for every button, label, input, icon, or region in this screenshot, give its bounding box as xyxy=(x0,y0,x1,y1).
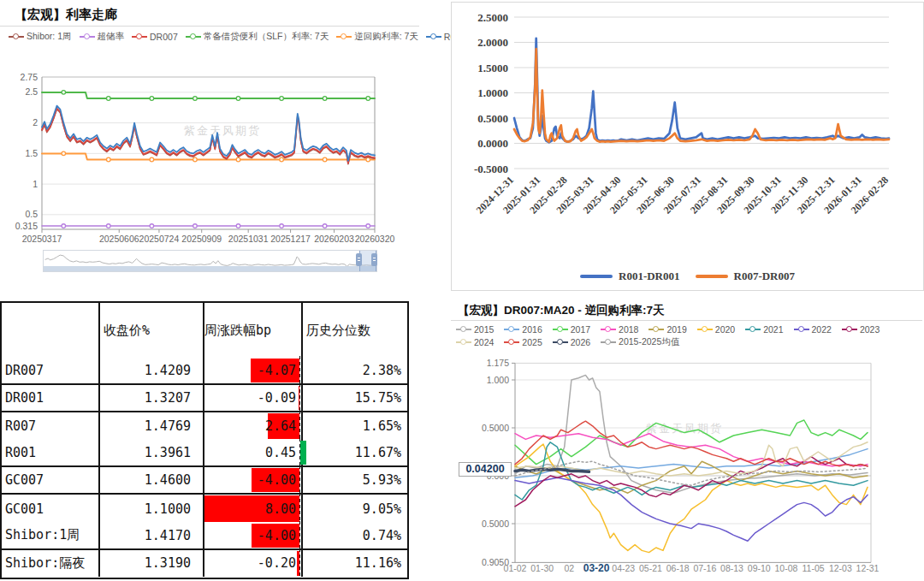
legend-item-2019[interactable]: 2019 xyxy=(649,324,686,335)
svg-text:0.5000: 0.5000 xyxy=(482,423,509,433)
svg-text:20251217: 20251217 xyxy=(270,234,311,244)
svg-text:0.315: 0.315 xyxy=(15,221,38,231)
legend-item-常备借贷便利（SLF）利率: 7天[interactable]: 常备借贷便利（SLF）利率: 7天 xyxy=(186,31,329,43)
legend-item-2024[interactable]: 2024 xyxy=(456,337,494,347)
data-zoom-navigator[interactable] xyxy=(43,250,377,272)
legend-item-R007-DR007: R007-DR007 xyxy=(696,270,796,283)
svg-text:20251031: 20251031 xyxy=(228,234,269,244)
weekly-change-value: 0.45 xyxy=(265,445,296,460)
legend-item-Shibor: 1周[interactable]: Shibor: 1周 xyxy=(9,31,72,43)
series-marker-icon xyxy=(649,326,664,334)
spread-chart-legend: R001-DR001R007-DR007 xyxy=(452,270,923,283)
series-line-icon xyxy=(696,275,728,278)
cell-text: 2.38% xyxy=(363,363,401,378)
legend-item-DR007[interactable]: DR007 xyxy=(132,32,178,42)
svg-text:1.0000: 1.0000 xyxy=(477,86,508,99)
legend-label: 2025 xyxy=(522,337,542,347)
cell-text: R001 xyxy=(5,445,36,460)
legend-item-2026[interactable]: 2026 xyxy=(553,337,590,347)
legend-label: 超储率 xyxy=(98,31,125,43)
svg-text:05-21: 05-21 xyxy=(639,563,662,573)
cell-text: 1.3207 xyxy=(145,390,191,406)
svg-text:2.0000: 2.0000 xyxy=(477,36,508,49)
navigator-left-handle-icon[interactable] xyxy=(356,253,362,266)
table-row-DR001: DR0011.3207-0.0915.75% xyxy=(2,385,407,412)
series-marker-icon xyxy=(186,33,201,41)
svg-text:03-20: 03-20 xyxy=(583,562,610,574)
svg-text:紫金天风期货: 紫金天风期货 xyxy=(184,124,261,137)
cell-text: R007 xyxy=(5,418,36,434)
legend-item-2015[interactable]: 2015 xyxy=(456,324,494,335)
cell-text: DR007 xyxy=(5,363,44,378)
cell-text: DR001 xyxy=(5,390,44,406)
cell-text: 0.74% xyxy=(363,528,401,543)
series-marker-icon xyxy=(426,33,441,41)
seasonal-title-divider xyxy=(451,320,922,321)
svg-text:11-05: 11-05 xyxy=(803,563,825,573)
legend-item-2020[interactable]: 2020 xyxy=(697,324,735,335)
cell-text: 11.67% xyxy=(355,445,401,460)
seasonal-chart: 1.1751.0000.50000.0000.50000.905001-0201… xyxy=(451,355,924,581)
series-marker-icon xyxy=(504,326,519,334)
col-header: 历史分位数 xyxy=(306,323,370,339)
legend-label: 2021 xyxy=(763,324,783,335)
series-marker-icon xyxy=(9,33,24,41)
col-header: 周涨跌幅bp xyxy=(204,323,271,339)
table-row-GC001: GC0011.10008.009.05% xyxy=(2,495,407,522)
legend-item-2015-2025均值[interactable]: 2015-2025均值 xyxy=(601,336,679,348)
svg-text:1.000: 1.000 xyxy=(487,375,509,385)
legend-item-2022[interactable]: 2022 xyxy=(794,324,832,335)
legend-label: 2026 xyxy=(571,337,590,347)
series-marker-icon xyxy=(842,326,857,334)
legend-label: 2020 xyxy=(715,324,735,335)
cell-text: GC007 xyxy=(5,472,44,488)
databar-axis xyxy=(299,521,300,550)
legend-item-2025[interactable]: 2025 xyxy=(504,337,542,347)
rate-corridor-chart: 2.752.521.510.50.31520250317202506062025… xyxy=(0,47,419,248)
series-marker-icon xyxy=(336,33,352,41)
svg-text:0.5000: 0.5000 xyxy=(482,519,509,529)
series-marker-icon xyxy=(697,326,713,334)
legend-label: 2018 xyxy=(619,324,638,335)
rate-corridor-legend: Shibor: 1周超储率DR007常备借贷便利（SLF）利率: 7天逆回购利率… xyxy=(9,31,419,43)
svg-text:12-31: 12-31 xyxy=(856,563,880,573)
cell-text: 1.4769 xyxy=(145,418,191,434)
cell-text: GC001 xyxy=(5,501,44,517)
data-bar-positive xyxy=(300,441,306,465)
legend-item-超储率[interactable]: 超储率 xyxy=(80,31,125,43)
legend-label: 2024 xyxy=(474,337,494,347)
spread-chart: 2.50002.00001.50001.00000.50000.0000-0.5… xyxy=(452,3,921,259)
weekly-change-value: -4.07 xyxy=(258,363,296,378)
databar-axis xyxy=(299,548,300,578)
legend-item-2018[interactable]: 2018 xyxy=(601,324,638,335)
cell-text: Shibor:1周 xyxy=(5,527,80,543)
legend-label: R001-DR001 xyxy=(619,270,680,283)
legend-label: 2019 xyxy=(666,324,686,335)
series-2020 xyxy=(515,444,868,553)
legend-label: 2017 xyxy=(571,324,590,335)
svg-text:20250317: 20250317 xyxy=(22,234,62,244)
series-R001-DR001 xyxy=(514,39,889,143)
weekly-change-value: -4.00 xyxy=(258,528,296,543)
legend-item-2021[interactable]: 2021 xyxy=(745,324,783,335)
series-marker-icon xyxy=(601,339,616,347)
svg-text:2: 2 xyxy=(33,117,38,127)
databar-axis xyxy=(299,493,300,524)
legend-item-2016[interactable]: 2016 xyxy=(504,324,542,335)
table-row-Shibor:1周: Shibor:1周1.4170-4.000.74% xyxy=(2,523,407,550)
svg-text:10-08: 10-08 xyxy=(774,563,797,573)
weekly-change-value: 8.00 xyxy=(265,501,296,517)
navigator-scrollbar[interactable] xyxy=(44,266,376,271)
svg-text:01-30: 01-30 xyxy=(530,563,554,573)
legend-item-2023[interactable]: 2023 xyxy=(842,324,880,335)
legend-item-2017[interactable]: 2017 xyxy=(553,324,590,335)
table-row-R001: R0011.39610.4511.67% xyxy=(2,440,407,467)
table-header-row: 收盘价%周涨跌幅bp历史分位数 xyxy=(2,303,407,358)
cell-text: Shibor:隔夜 xyxy=(5,555,85,572)
cell-text: 1.65% xyxy=(363,418,401,434)
svg-text:1.175: 1.175 xyxy=(487,358,509,368)
legend-item-逆回购利率: 7天[interactable]: 逆回购利率: 7天 xyxy=(336,31,418,43)
navigator-right-handle-icon[interactable] xyxy=(371,253,377,266)
series-line-icon xyxy=(580,275,613,278)
legend-label: 2015-2025均值 xyxy=(619,336,679,348)
